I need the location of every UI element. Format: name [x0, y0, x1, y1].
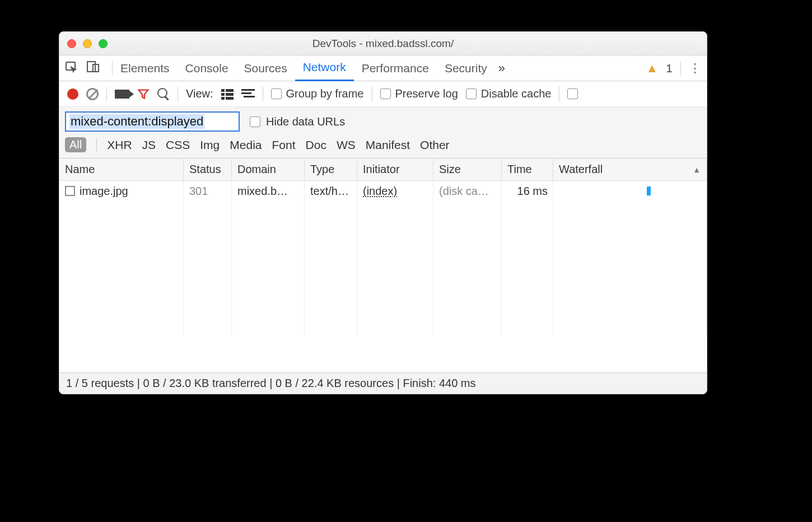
- type-ws[interactable]: WS: [337, 138, 356, 152]
- titlebar: DevTools - mixed.badssl.com/: [59, 32, 707, 55]
- table-row[interactable]: image.jpg 301 mixed.b… text/h… (index) (…: [59, 181, 707, 201]
- col-type[interactable]: Type: [305, 159, 357, 180]
- svg-rect-5: [221, 93, 225, 96]
- type-all[interactable]: All: [65, 137, 86, 152]
- search-icon[interactable]: [157, 88, 170, 100]
- separator: [96, 138, 97, 152]
- col-initiator[interactable]: Initiator: [357, 159, 433, 180]
- disable-cache-label: Disable cache: [481, 87, 552, 100]
- separator: [559, 87, 559, 101]
- tab-sources[interactable]: Sources: [236, 55, 295, 81]
- sort-asc-icon: ▲: [693, 165, 701, 174]
- cell-time: 16 ms: [502, 183, 553, 200]
- svg-rect-4: [226, 89, 234, 92]
- waterfall-bar: [559, 185, 701, 197]
- svg-rect-6: [226, 93, 234, 96]
- type-manifest[interactable]: Manifest: [366, 138, 410, 152]
- group-by-frame-checkbox[interactable]: Group by frame: [271, 87, 364, 100]
- col-domain[interactable]: Domain: [232, 159, 305, 180]
- preserve-log-checkbox[interactable]: Preserve log: [380, 87, 458, 100]
- disable-cache-checkbox[interactable]: Disable cache: [466, 87, 552, 100]
- table-header: Name Status Domain Type Initiator Size T…: [59, 159, 707, 181]
- type-doc[interactable]: Doc: [306, 138, 326, 152]
- svg-rect-8: [226, 97, 234, 100]
- col-time[interactable]: Time: [502, 159, 553, 180]
- tab-elements[interactable]: Elements: [113, 55, 178, 81]
- svg-rect-9: [241, 89, 255, 91]
- kebab-menu-icon[interactable]: ⋮: [689, 65, 701, 71]
- col-waterfall[interactable]: Waterfall▲: [553, 159, 707, 180]
- offline-checkbox-partial[interactable]: [567, 88, 578, 99]
- filter-value: mixed-content:displayed: [69, 114, 204, 129]
- view-small-icon[interactable]: [241, 89, 255, 99]
- separator: [263, 87, 263, 101]
- type-img[interactable]: Img: [200, 138, 220, 152]
- more-tabs-icon[interactable]: »: [498, 61, 505, 76]
- cell-type: text/h…: [305, 183, 357, 200]
- tab-performance[interactable]: Performance: [354, 55, 437, 81]
- separator: [106, 87, 107, 101]
- type-css[interactable]: CSS: [166, 138, 190, 152]
- svg-rect-10: [241, 92, 251, 94]
- cell-status: 301: [184, 183, 232, 200]
- svg-rect-7: [221, 97, 225, 100]
- file-icon: [65, 186, 75, 196]
- tab-security[interactable]: Security: [437, 55, 495, 81]
- status-text: 1 / 5 requests | 0 B / 23.0 KB transferr…: [66, 377, 476, 390]
- warning-count: 1: [666, 62, 673, 75]
- col-name[interactable]: Name: [59, 159, 184, 180]
- type-xhr[interactable]: XHR: [107, 138, 132, 152]
- type-font[interactable]: Font: [272, 138, 296, 152]
- network-toolbar: View: Group by frame Preserve log Disabl…: [59, 81, 707, 107]
- inspect-icon[interactable]: [65, 60, 78, 76]
- warning-icon[interactable]: ▲: [646, 61, 659, 76]
- device-toggle-icon[interactable]: [86, 60, 100, 76]
- type-filter-row: All XHR JS CSS Img Media Font Doc WS Man…: [59, 135, 707, 159]
- devtools-window: DevTools - mixed.badssl.com/ Elements Co…: [59, 31, 707, 394]
- separator: [372, 87, 372, 101]
- type-js[interactable]: JS: [142, 138, 156, 152]
- clear-button[interactable]: [86, 88, 99, 100]
- svg-rect-1: [87, 62, 95, 72]
- filter-row: mixed-content:displayed Hide data URLs: [59, 107, 707, 135]
- group-by-frame-label: Group by frame: [286, 87, 364, 100]
- col-status[interactable]: Status: [184, 159, 232, 180]
- col-size[interactable]: Size: [433, 159, 502, 180]
- cell-size: (disk ca…: [433, 183, 502, 200]
- cell-initiator[interactable]: (index): [357, 183, 433, 200]
- separator: [178, 87, 178, 101]
- separator: [680, 61, 681, 76]
- hide-data-urls-checkbox[interactable]: Hide data URLs: [250, 115, 345, 128]
- table-body: image.jpg 301 mixed.b… text/h… (index) (…: [59, 181, 707, 335]
- filter-toggle-icon[interactable]: [137, 88, 150, 100]
- screenshot-icon[interactable]: [115, 90, 129, 99]
- tab-console[interactable]: Console: [178, 55, 236, 81]
- svg-rect-11: [244, 96, 255, 97]
- record-button[interactable]: [67, 88, 78, 100]
- window-title: DevTools - mixed.badssl.com/: [59, 38, 707, 50]
- hide-data-urls-label: Hide data URLs: [266, 115, 345, 128]
- cell-domain: mixed.b…: [232, 183, 305, 200]
- status-bar: 1 / 5 requests | 0 B / 23.0 KB transferr…: [59, 372, 707, 394]
- preserve-log-label: Preserve log: [395, 87, 458, 100]
- view-label: View:: [186, 87, 213, 100]
- cell-name: image.jpg: [80, 185, 128, 198]
- panel-tabs: Elements Console Sources Network Perform…: [59, 55, 707, 81]
- svg-rect-3: [221, 89, 225, 92]
- view-large-icon[interactable]: [221, 88, 234, 100]
- type-media[interactable]: Media: [230, 138, 262, 152]
- tab-network[interactable]: Network: [295, 55, 354, 81]
- filter-input[interactable]: mixed-content:displayed: [65, 111, 240, 132]
- type-other[interactable]: Other: [420, 138, 450, 152]
